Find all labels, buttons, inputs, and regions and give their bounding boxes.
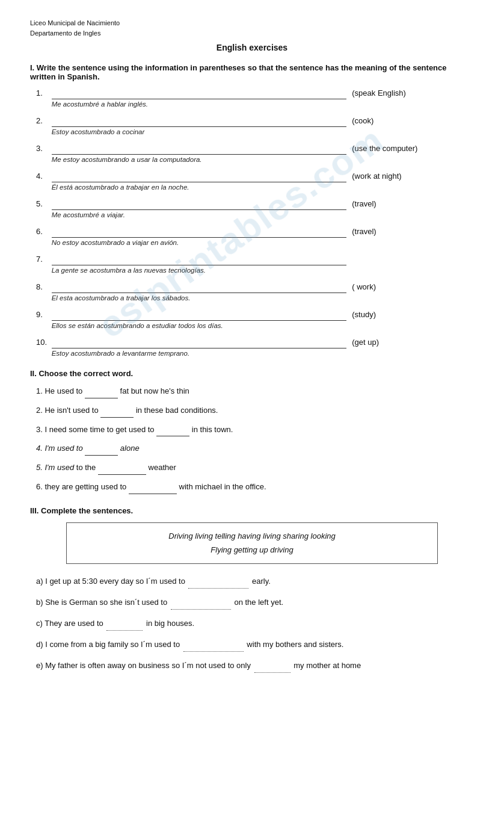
list-item: 10. Estoy acostumbrado a levantarme temp… [36, 338, 474, 357]
list-item: 1. Me acostumbré a hablar inglés. (speak… [36, 88, 474, 108]
dotted-blank [188, 575, 248, 589]
blank-line [52, 255, 346, 265]
section-1-list: 1. Me acostumbré a hablar inglés. (speak… [36, 88, 474, 357]
spanish-text: Me acostumbré a viajar. [52, 211, 346, 218]
answer-area: Estoy acostumbrado a cocinar [52, 116, 346, 135]
blank-line [52, 282, 346, 293]
blank-line [52, 310, 346, 321]
list-item: 9. Ellos se están acostumbrando a estudi… [36, 310, 474, 329]
page-title: English exercises [30, 43, 474, 52]
section-3-list: a) I get up at 5:30 every day so I´m use… [36, 575, 474, 673]
item-text: a) I get up at 5:30 every day so I´m use… [36, 577, 271, 586]
spanish-text: Estoy acostumbrado a cocinar [52, 128, 346, 135]
blank-inline [85, 442, 118, 456]
dotted-blank [171, 596, 231, 610]
list-item: e) My father is often away on business s… [36, 659, 474, 673]
list-item: 2. He isn't used to in these bad conditi… [36, 404, 474, 418]
list-item: 3. I need some time to get used to in th… [36, 424, 474, 437]
word-box: Driving living telling having living sha… [66, 522, 438, 564]
list-item: 4. I'm used to alone [36, 442, 474, 456]
blank-line [52, 88, 346, 99]
dotted-blank [183, 638, 244, 652]
dotted-blank-sm [254, 659, 290, 673]
section-1: I. Write the sentence using the informat… [30, 63, 474, 357]
item-num: 3. [36, 144, 49, 153]
blank-inline [100, 404, 134, 418]
answer-area: Me acostumbré a viajar. [52, 199, 346, 218]
item-text: c) They are used to in big houses. [36, 619, 194, 628]
list-item: 8. El esta acostumbrado a trabajar los s… [36, 282, 474, 302]
item-num: 10. [36, 338, 49, 347]
blank-line [52, 338, 346, 348]
item-text: 1. He used to fat but now he's thin [36, 386, 189, 395]
item-num: 7. [36, 255, 49, 264]
answer-area: Me acostumbré a hablar inglés. [52, 88, 346, 108]
wordbox-line1: Driving living telling having living sha… [79, 529, 425, 543]
list-item: 6. they are getting used to with michael… [36, 481, 474, 494]
blank-line [52, 199, 346, 210]
blank-inline-long [129, 481, 177, 494]
spanish-text: Me estoy acostumbrando a usar la computa… [52, 156, 346, 163]
answer-area: Me estoy acostumbrando a usar la computa… [52, 144, 346, 163]
section-2-title: II. Choose the correct word. [30, 369, 474, 378]
answer-area: Ellos se están acostumbrando a estudiar … [52, 310, 346, 329]
hint: (cook) [348, 116, 373, 125]
list-item: c) They are used to in big houses. [36, 617, 474, 631]
list-item: 7. La gente se acostumbra a las nuevas t… [36, 255, 474, 274]
spanish-text: La gente se acostumbra a las nuevas tecn… [52, 267, 346, 274]
answer-area: Estoy acostumbrado a levantarme temprano… [52, 338, 346, 357]
item-text: 4. I'm used to alone [36, 444, 140, 453]
blank-line [52, 144, 346, 155]
section-3-title: III. Complete the sentences. [30, 506, 474, 515]
item-num: 6. [36, 227, 49, 236]
list-item: a) I get up at 5:30 every day so I´m use… [36, 575, 474, 589]
department-name: Departamento de Ingles [30, 28, 474, 39]
item-num: 8. [36, 282, 49, 291]
hint: (work at night) [348, 172, 401, 181]
spanish-text: Me acostumbré a hablar inglés. [52, 101, 346, 108]
list-item: 5. Me acostumbré a viajar. (travel) [36, 199, 474, 218]
list-item: d) I come from a big family so I´m used … [36, 638, 474, 652]
blank-inline [156, 424, 189, 437]
list-item: 6. No estoy acostumbrado a viajar en avi… [36, 227, 474, 246]
item-text: e) My father is often away on business s… [36, 661, 361, 670]
spanish-text: Estoy acostumbrado a levantarme temprano… [52, 350, 346, 357]
hint: (use the computer) [348, 144, 417, 153]
list-item: b) She is German so she isn´t used to on… [36, 596, 474, 610]
hint: (get up) [348, 338, 379, 347]
item-text: 5. I'm used to the weather [36, 463, 176, 472]
item-num: 1. [36, 88, 49, 98]
section-3: III. Complete the sentences. Driving liv… [30, 506, 474, 673]
answer-area: La gente se acostumbra a las nuevas tecn… [52, 255, 346, 274]
blank-inline-long [98, 462, 146, 475]
section-2: II. Choose the correct word. 1. He used … [30, 369, 474, 494]
list-item: 4. Él está acostumbrado a trabajar en la… [36, 172, 474, 191]
spanish-text: No estoy acostumbrado a viajar en avión. [52, 239, 346, 246]
item-text: 2. He isn't used to in these bad conditi… [36, 406, 218, 415]
dotted-blank-sm [106, 617, 143, 631]
answer-area: No estoy acostumbrado a viajar en avión. [52, 227, 346, 246]
wordbox-line2: Flying getting up driving [79, 543, 425, 557]
section-1-title: I. Write the sentence using the informat… [30, 63, 474, 81]
answer-area: Él está acostumbrado a trabajar en la no… [52, 172, 346, 191]
item-text: 6. they are getting used to with michael… [36, 482, 266, 491]
blank-line [52, 227, 346, 238]
hint: ( work) [348, 282, 376, 291]
hint: (study) [348, 310, 376, 319]
blank-inline [85, 385, 118, 398]
item-num: 9. [36, 310, 49, 319]
list-item: 2. Estoy acostumbrado a cocinar (cook) [36, 116, 474, 135]
blank-line [52, 116, 346, 127]
answer-area: El esta acostumbrado a trabajar los sába… [52, 282, 346, 302]
hint: (speak English) [348, 88, 406, 98]
list-item: 1. He used to fat but now he's thin [36, 385, 474, 398]
blank-line [52, 172, 346, 182]
item-text: d) I come from a big family so I´m used … [36, 640, 343, 649]
spanish-text: Él está acostumbrado a trabajar en la no… [52, 184, 346, 191]
hint: (travel) [348, 227, 376, 236]
section-2-list: 1. He used to fat but now he's thin 2. H… [36, 385, 474, 494]
list-item: 3. Me estoy acostumbrando a usar la comp… [36, 144, 474, 163]
item-num: 4. [36, 172, 49, 181]
list-item: 5. I'm used to the weather [36, 462, 474, 475]
item-text: b) She is German so she isn´t used to on… [36, 598, 283, 607]
